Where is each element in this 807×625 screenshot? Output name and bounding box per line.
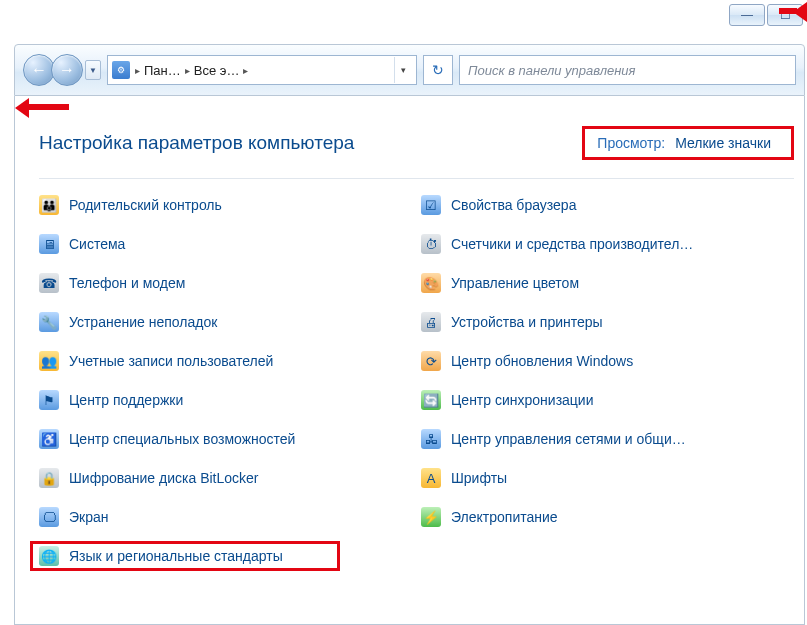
cp-item-label: Свойства браузера (451, 197, 576, 213)
window-titlebar: — ☐ (0, 0, 807, 44)
item-power-options[interactable]: ⚡ Электропитание (421, 507, 794, 527)
item-windows-update[interactable]: ⟳ Центр обновления Windows (421, 351, 794, 371)
content-header: Настройка параметров компьютера Просмотр… (39, 126, 794, 179)
sync-icon: 🔄 (421, 390, 441, 410)
cp-item-label: Электропитание (451, 509, 558, 525)
control-panel-icon: ⚙ (112, 61, 130, 79)
navigation-bar: ← → ▼ ⚙ ▸ Пан… ▸ Все э… ▸ ▾ ↻ Поиск в па… (14, 44, 805, 96)
power-icon: ⚡ (421, 507, 441, 527)
item-system[interactable]: 🖥 Система (39, 234, 409, 254)
cp-item-label: Счетчики и средства производител… (451, 236, 693, 252)
network-icon: 🖧 (421, 429, 441, 449)
cp-item-label: Центр синхронизации (451, 392, 594, 408)
phone-icon: ☎ (39, 273, 59, 293)
computer-icon: 🖥 (39, 234, 59, 254)
item-color-management[interactable]: 🎨 Управление цветом (421, 273, 794, 293)
content-pane: Настройка параметров компьютера Просмотр… (14, 96, 805, 625)
cp-item-label: Шифрование диска BitLocker (69, 470, 259, 486)
address-bar[interactable]: ⚙ ▸ Пан… ▸ Все э… ▸ ▾ (107, 55, 417, 85)
item-sync-center[interactable]: 🔄 Центр синхронизации (421, 390, 794, 410)
view-value: Мелкие значки (675, 135, 771, 151)
cp-item-label: Учетные записи пользователей (69, 353, 273, 369)
history-dropdown[interactable]: ▼ (85, 60, 101, 80)
item-action-center[interactable]: ⚑ Центр поддержки (39, 390, 409, 410)
view-selector[interactable]: Просмотр: Мелкие значки (582, 126, 794, 160)
cp-item-label: Центр поддержки (69, 392, 183, 408)
item-troubleshooting[interactable]: 🔧 Устранение неполадок (39, 312, 409, 332)
breadcrumb-arrow-icon: ▸ (242, 65, 249, 76)
fonts-icon: A (421, 468, 441, 488)
item-performance[interactable]: ⏱ Счетчики и средства производител… (421, 234, 794, 254)
refresh-button[interactable]: ↻ (423, 55, 453, 85)
item-internet-options[interactable]: ☑ Свойства браузера (421, 195, 794, 215)
highlight-region-language: 🌐 Язык и региональные стандарты (30, 541, 340, 571)
printer-icon: 🖨 (421, 312, 441, 332)
item-ease-of-access[interactable]: ♿ Центр специальных возможностей (39, 429, 409, 449)
cp-item-label: Экран (69, 509, 109, 525)
breadcrumb-arrow-icon: ▸ (184, 65, 191, 76)
globe-icon: 🌐 (39, 546, 59, 566)
breadcrumb-seg[interactable]: Все э… (191, 63, 243, 78)
forward-button[interactable]: → (51, 54, 83, 86)
cp-item-label: Система (69, 236, 125, 252)
cp-item-label: Центр обновления Windows (451, 353, 633, 369)
item-display[interactable]: 🖵 Экран (39, 507, 409, 527)
lock-icon: 🔒 (39, 468, 59, 488)
item-region-language[interactable]: 🌐 Язык и региональные стандарты (39, 546, 331, 566)
nav-history-buttons: ← → ▼ (23, 54, 101, 86)
display-icon: 🖵 (39, 507, 59, 527)
item-user-accounts[interactable]: 👥 Учетные записи пользователей (39, 351, 409, 371)
accessibility-icon: ♿ (39, 429, 59, 449)
cp-item-label: Устройства и принтеры (451, 314, 603, 330)
address-dropdown[interactable]: ▾ (394, 57, 412, 83)
cp-item-label: Центр специальных возможностей (69, 431, 295, 447)
annotation-arrow-icon (39, 571, 99, 595)
cp-item-label: Управление цветом (451, 275, 579, 291)
gauge-icon: ⏱ (421, 234, 441, 254)
page-title: Настройка параметров компьютера (39, 132, 354, 154)
item-parental-controls[interactable]: 👪 Родительский контроль (39, 195, 409, 215)
item-devices-printers[interactable]: 🖨 Устройства и принтеры (421, 312, 794, 332)
flag-icon: ⚑ (39, 390, 59, 410)
item-phone-modem[interactable]: ☎ Телефон и модем (39, 273, 409, 293)
item-fonts[interactable]: A Шрифты (421, 468, 794, 488)
color-icon: 🎨 (421, 273, 441, 293)
wrench-icon: 🔧 (39, 312, 59, 332)
minimize-button[interactable]: — (729, 4, 765, 26)
breadcrumb-arrow-icon: ▸ (134, 65, 141, 76)
update-icon: ⟳ (421, 351, 441, 371)
globe-check-icon: ☑ (421, 195, 441, 215)
search-input[interactable]: Поиск в панели управления (459, 55, 796, 85)
view-label: Просмотр: (597, 135, 665, 151)
control-panel-items: 👪 Родительский контроль ☑ Свойства брауз… (39, 195, 794, 571)
item-network-sharing[interactable]: 🖧 Центр управления сетями и общи… (421, 429, 794, 449)
item-bitlocker[interactable]: 🔒 Шифрование диска BitLocker (39, 468, 409, 488)
users-icon: 👥 (39, 351, 59, 371)
family-icon: 👪 (39, 195, 59, 215)
breadcrumb-seg[interactable]: Пан… (141, 63, 184, 78)
cp-item-label: Устранение неполадок (69, 314, 217, 330)
cp-item-label: Шрифты (451, 470, 507, 486)
cp-item-label: Центр управления сетями и общи… (451, 431, 686, 447)
cp-item-label: Родительский контроль (69, 197, 222, 213)
cp-item-label: Язык и региональные стандарты (69, 548, 283, 564)
cp-item-label: Телефон и модем (69, 275, 185, 291)
